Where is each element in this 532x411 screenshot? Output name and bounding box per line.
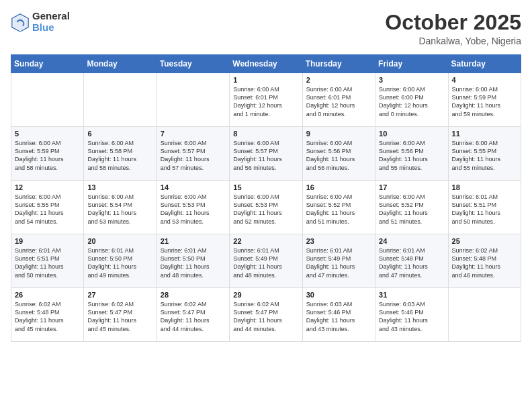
cell-text: Sunrise: 6:01 AM Sunset: 5:49 PM Dayligh… [306, 246, 371, 279]
col-sunday: Sunday [11, 55, 84, 73]
table-row: 27Sunrise: 6:02 AM Sunset: 5:47 PM Dayli… [84, 288, 157, 342]
table-row: 14Sunrise: 6:00 AM Sunset: 5:53 PM Dayli… [157, 181, 229, 234]
cell-text: Sunrise: 6:03 AM Sunset: 5:46 PM Dayligh… [306, 300, 371, 333]
table-row: 6Sunrise: 6:00 AM Sunset: 5:58 PM Daylig… [84, 127, 157, 181]
col-saturday: Saturday [448, 55, 521, 73]
table-row: 13Sunrise: 6:00 AM Sunset: 5:54 PM Dayli… [84, 181, 157, 234]
day-number: 5 [15, 130, 80, 138]
cell-text: Sunrise: 6:01 AM Sunset: 5:50 PM Dayligh… [161, 246, 226, 279]
cell-text: Sunrise: 6:00 AM Sunset: 5:53 PM Dayligh… [233, 193, 298, 226]
cell-text: Sunrise: 6:00 AM Sunset: 5:57 PM Dayligh… [161, 139, 226, 172]
day-number: 3 [379, 76, 444, 84]
day-number: 1 [233, 76, 298, 84]
table-row: 26Sunrise: 6:02 AM Sunset: 5:48 PM Dayli… [11, 288, 84, 342]
day-number: 20 [87, 237, 152, 245]
calendar-week-row: 5Sunrise: 6:00 AM Sunset: 5:59 PM Daylig… [11, 127, 521, 181]
day-number: 15 [233, 183, 298, 191]
day-number: 30 [306, 291, 371, 299]
cell-text: Sunrise: 6:02 AM Sunset: 5:48 PM Dayligh… [452, 246, 517, 279]
col-wednesday: Wednesday [230, 55, 302, 73]
cell-text: Sunrise: 6:01 AM Sunset: 5:49 PM Dayligh… [233, 246, 298, 279]
cell-text: Sunrise: 6:00 AM Sunset: 5:52 PM Dayligh… [306, 193, 371, 226]
table-row: 17Sunrise: 6:00 AM Sunset: 5:52 PM Dayli… [375, 181, 448, 234]
table-row: 16Sunrise: 6:00 AM Sunset: 5:52 PM Dayli… [302, 181, 375, 234]
day-number: 25 [452, 237, 517, 245]
logo-blue: Blue [32, 22, 70, 34]
table-row: 24Sunrise: 6:01 AM Sunset: 5:48 PM Dayli… [375, 234, 448, 288]
day-number: 31 [379, 291, 444, 299]
logo-text-block: General Blue [32, 11, 70, 33]
day-number: 11 [452, 130, 517, 138]
table-row: 5Sunrise: 6:00 AM Sunset: 5:59 PM Daylig… [11, 127, 84, 181]
table-row: 30Sunrise: 6:03 AM Sunset: 5:46 PM Dayli… [302, 288, 375, 342]
day-number: 2 [306, 76, 371, 84]
title-block: October 2025 Dankalwa, Yobe, Nigeria [385, 11, 521, 46]
calendar-week-row: 1Sunrise: 6:00 AM Sunset: 6:01 PM Daylig… [11, 73, 521, 127]
table-row: 9Sunrise: 6:00 AM Sunset: 5:56 PM Daylig… [302, 127, 375, 181]
table-row: 12Sunrise: 6:00 AM Sunset: 5:55 PM Dayli… [11, 181, 84, 234]
table-row: 1Sunrise: 6:00 AM Sunset: 6:01 PM Daylig… [230, 73, 302, 127]
day-number: 28 [161, 291, 226, 299]
day-number: 8 [233, 130, 298, 138]
cell-text: Sunrise: 6:02 AM Sunset: 5:47 PM Dayligh… [161, 300, 226, 333]
cell-text: Sunrise: 6:00 AM Sunset: 6:00 PM Dayligh… [379, 85, 444, 118]
cell-text: Sunrise: 6:01 AM Sunset: 5:48 PM Dayligh… [379, 246, 444, 279]
cell-text: Sunrise: 6:00 AM Sunset: 5:58 PM Dayligh… [87, 139, 152, 172]
logo-general: General [32, 11, 70, 22]
day-number: 4 [452, 76, 517, 84]
cell-text: Sunrise: 6:00 AM Sunset: 5:55 PM Dayligh… [15, 193, 80, 226]
day-number: 13 [87, 183, 152, 191]
calendar-table: Sunday Monday Tuesday Wednesday Thursday… [11, 54, 521, 342]
col-monday: Monday [84, 55, 157, 73]
cell-text: Sunrise: 6:00 AM Sunset: 5:53 PM Dayligh… [161, 193, 226, 226]
table-row: 28Sunrise: 6:02 AM Sunset: 5:47 PM Dayli… [157, 288, 229, 342]
table-row: 11Sunrise: 6:00 AM Sunset: 5:55 PM Dayli… [448, 127, 521, 181]
table-row [11, 73, 84, 127]
table-row: 21Sunrise: 6:01 AM Sunset: 5:50 PM Dayli… [157, 234, 229, 288]
cell-text: Sunrise: 6:00 AM Sunset: 5:55 PM Dayligh… [452, 139, 517, 172]
table-row: 3Sunrise: 6:00 AM Sunset: 6:00 PM Daylig… [375, 73, 448, 127]
day-number: 10 [379, 130, 444, 138]
cell-text: Sunrise: 6:00 AM Sunset: 5:59 PM Dayligh… [452, 85, 517, 118]
table-row: 7Sunrise: 6:00 AM Sunset: 5:57 PM Daylig… [157, 127, 229, 181]
logo: General Blue [11, 11, 70, 33]
table-row: 15Sunrise: 6:00 AM Sunset: 5:53 PM Dayli… [230, 181, 302, 234]
col-thursday: Thursday [302, 55, 375, 73]
day-number: 19 [15, 237, 80, 245]
table-row: 10Sunrise: 6:00 AM Sunset: 5:56 PM Dayli… [375, 127, 448, 181]
day-number: 12 [15, 183, 80, 191]
month-title: October 2025 [385, 11, 521, 34]
cell-text: Sunrise: 6:00 AM Sunset: 5:56 PM Dayligh… [306, 139, 371, 172]
table-row: 4Sunrise: 6:00 AM Sunset: 5:59 PM Daylig… [448, 73, 521, 127]
day-number: 27 [87, 291, 152, 299]
table-row: 29Sunrise: 6:02 AM Sunset: 5:47 PM Dayli… [230, 288, 302, 342]
day-number: 7 [161, 130, 226, 138]
cell-text: Sunrise: 6:02 AM Sunset: 5:47 PM Dayligh… [87, 300, 152, 333]
cell-text: Sunrise: 6:01 AM Sunset: 5:51 PM Dayligh… [15, 246, 80, 279]
day-number: 18 [452, 183, 517, 191]
cell-text: Sunrise: 6:01 AM Sunset: 5:50 PM Dayligh… [87, 246, 152, 279]
day-number: 14 [161, 183, 226, 191]
calendar-week-row: 26Sunrise: 6:02 AM Sunset: 5:48 PM Dayli… [11, 288, 521, 342]
cell-text: Sunrise: 6:01 AM Sunset: 5:51 PM Dayligh… [452, 193, 517, 226]
day-number: 26 [15, 291, 80, 299]
day-number: 22 [233, 237, 298, 245]
table-row: 19Sunrise: 6:01 AM Sunset: 5:51 PM Dayli… [11, 234, 84, 288]
table-row: 22Sunrise: 6:01 AM Sunset: 5:49 PM Dayli… [230, 234, 302, 288]
table-row: 25Sunrise: 6:02 AM Sunset: 5:48 PM Dayli… [448, 234, 521, 288]
cell-text: Sunrise: 6:00 AM Sunset: 5:59 PM Dayligh… [15, 139, 80, 172]
table-row: 18Sunrise: 6:01 AM Sunset: 5:51 PM Dayli… [448, 181, 521, 234]
table-row: 2Sunrise: 6:00 AM Sunset: 6:01 PM Daylig… [302, 73, 375, 127]
day-number: 23 [306, 237, 371, 245]
table-row: 31Sunrise: 6:03 AM Sunset: 5:46 PM Dayli… [375, 288, 448, 342]
day-number: 16 [306, 183, 371, 191]
day-number: 6 [87, 130, 152, 138]
page-header: General Blue October 2025 Dankalwa, Yobe… [11, 11, 521, 46]
cell-text: Sunrise: 6:03 AM Sunset: 5:46 PM Dayligh… [379, 300, 444, 333]
col-tuesday: Tuesday [157, 55, 229, 73]
cell-text: Sunrise: 6:00 AM Sunset: 6:01 PM Dayligh… [306, 85, 371, 118]
svg-marker-0 [13, 15, 28, 30]
table-row: 8Sunrise: 6:00 AM Sunset: 5:57 PM Daylig… [230, 127, 302, 181]
calendar-week-row: 12Sunrise: 6:00 AM Sunset: 5:55 PM Dayli… [11, 181, 521, 234]
calendar-header-row: Sunday Monday Tuesday Wednesday Thursday… [11, 55, 521, 73]
